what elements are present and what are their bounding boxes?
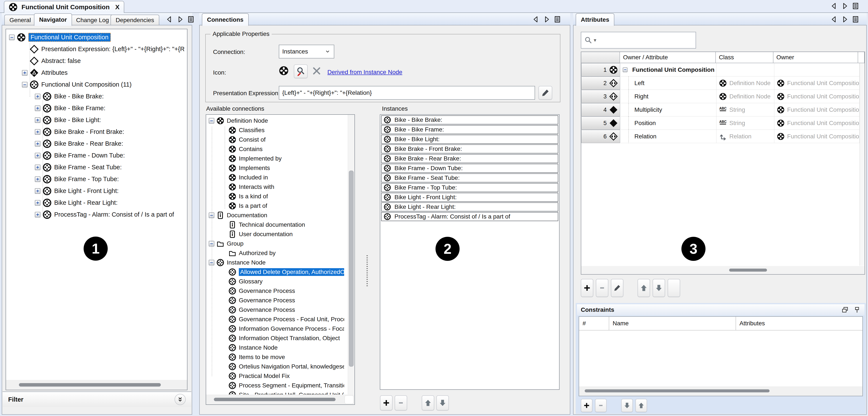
cell-owner-attribute[interactable]: −Functional Unit Composition bbox=[620, 63, 716, 76]
tree-item[interactable]: Ortelius Navigation Portal, knowledgeset… bbox=[206, 362, 344, 371]
tree-item[interactable]: Is a part of bbox=[206, 201, 344, 211]
tree-item[interactable]: Process Segment - Equipment, Transition bbox=[206, 381, 344, 390]
tree-expander-minus-icon[interactable]: − bbox=[209, 241, 214, 247]
tab-connections[interactable]: Connections bbox=[202, 13, 249, 26]
attribute-row[interactable]: 1−Functional Unit Composition bbox=[581, 63, 865, 76]
tree-expander-plus-icon[interactable]: + bbox=[35, 117, 40, 123]
tree-item[interactable]: −Instance Node bbox=[206, 258, 344, 267]
tree-item[interactable]: Abstract: false bbox=[6, 55, 187, 67]
constraint-add-button[interactable] bbox=[581, 399, 592, 412]
attribute-move-down-button[interactable] bbox=[653, 279, 665, 297]
tree-item[interactable]: +Bike Brake - Rear Brake: bbox=[6, 138, 187, 150]
cell-owner[interactable] bbox=[774, 63, 859, 76]
tree-item[interactable]: Items to be move bbox=[206, 352, 344, 362]
tree-item[interactable]: −Documentation bbox=[206, 211, 344, 220]
filter-bar[interactable]: Filter bbox=[3, 391, 191, 407]
tree-item[interactable]: −Functional Unit Composition (11) bbox=[6, 78, 187, 91]
tree-expander-minus-icon[interactable]: − bbox=[209, 260, 214, 265]
tab-list-icon[interactable] bbox=[187, 15, 195, 23]
attribute-row[interactable]: 5PositionABCStringFunctional Unit Compos… bbox=[581, 117, 865, 130]
tree-item[interactable]: Information Object Translation, Object bbox=[206, 333, 344, 343]
attribute-row[interactable]: 2LeftDefinition NodeFunctional Unit Comp… bbox=[581, 76, 865, 90]
tab-dependencies[interactable]: Dependencies bbox=[111, 14, 159, 25]
cell-owner-attribute[interactable]: Multiplicity bbox=[620, 103, 716, 117]
tree-expander-plus-icon[interactable]: + bbox=[35, 129, 40, 135]
constraint-move-down-button[interactable] bbox=[621, 399, 633, 412]
tree-item[interactable]: +Bike Frame - Seat Tube: bbox=[6, 161, 187, 173]
cell-class[interactable] bbox=[716, 63, 774, 76]
attribute-add-button[interactable] bbox=[581, 279, 593, 297]
tree-expander-minus-icon[interactable]: − bbox=[209, 213, 214, 218]
nav-back-icon[interactable] bbox=[532, 15, 540, 23]
cell-owner[interactable]: Functional Unit Composition bbox=[774, 90, 859, 103]
row-header[interactable]: 5 bbox=[581, 117, 620, 130]
nav-back-icon[interactable] bbox=[165, 15, 173, 23]
constraints-hscrollbar[interactable] bbox=[579, 386, 862, 396]
presentation-expression-input[interactable]: {Left}+" - "+{Right}+": "+{Relation} bbox=[279, 86, 535, 100]
tree-item[interactable]: +Bike Frame - Down Tube: bbox=[6, 150, 187, 161]
cell-class[interactable]: Relation bbox=[716, 130, 774, 143]
constraint-move-up-button[interactable] bbox=[636, 399, 647, 412]
tree-expander-plus-icon[interactable]: + bbox=[35, 188, 40, 194]
instance-row[interactable]: ProcessTag - Alarm: Consist of / Is a pa… bbox=[381, 212, 558, 221]
cell-owner[interactable]: Functional Unit Composition bbox=[774, 76, 859, 90]
tree-item[interactable]: Contains bbox=[206, 145, 344, 154]
row-header[interactable]: 3 bbox=[581, 90, 620, 103]
row-header[interactable]: 4 bbox=[581, 103, 620, 117]
tree-item[interactable]: Governance Process - Focal Unit, Process bbox=[206, 315, 344, 324]
tree-expander-plus-icon[interactable]: + bbox=[35, 212, 40, 218]
cell-owner-attribute[interactable]: Relation bbox=[620, 130, 716, 143]
cell-owner-attribute[interactable]: Position bbox=[620, 117, 716, 130]
icon-clear-icon[interactable] bbox=[311, 66, 322, 76]
tree-item[interactable]: +Bike Light - Front Light: bbox=[6, 185, 187, 197]
cell-owner[interactable]: Functional Unit Composition bbox=[774, 117, 859, 130]
row-header[interactable]: 2 bbox=[581, 76, 620, 90]
constraint-remove-button[interactable] bbox=[595, 399, 607, 412]
tree-item[interactable]: +Bike - Bike Frame: bbox=[6, 102, 187, 114]
attribute-edit-button[interactable] bbox=[611, 279, 623, 297]
instances-remove-button[interactable] bbox=[395, 395, 407, 410]
attribute-remove-button[interactable] bbox=[596, 279, 608, 297]
instance-row[interactable]: Bike Brake - Front Brake: bbox=[381, 145, 558, 153]
tree-item[interactable]: Practical Model Fix bbox=[206, 371, 344, 381]
tree-expander-plus-icon[interactable]: + bbox=[22, 70, 28, 76]
nav-forward-icon[interactable] bbox=[841, 2, 849, 10]
nav-forward-icon[interactable] bbox=[841, 15, 849, 23]
cell-owner[interactable]: Functional Unit Composition bbox=[774, 103, 859, 117]
grid-expander-minus-icon[interactable]: − bbox=[623, 67, 627, 72]
tree-expander-plus-icon[interactable]: + bbox=[35, 105, 40, 111]
column-header-name[interactable]: Name bbox=[609, 317, 736, 330]
instance-row[interactable]: Bike - Bike Frame: bbox=[381, 125, 558, 134]
available-connections-vscrollbar[interactable] bbox=[348, 115, 354, 394]
instances-add-button[interactable] bbox=[380, 395, 393, 410]
tab-list-icon[interactable] bbox=[852, 15, 859, 23]
tree-item[interactable]: Implements bbox=[206, 163, 344, 173]
tree-expander-minus-icon[interactable]: − bbox=[209, 118, 214, 124]
tree-item[interactable]: Allowed Delete Operation, AuthorizedObje bbox=[206, 267, 344, 277]
nav-forward-icon[interactable] bbox=[176, 15, 184, 23]
tab-navigator[interactable]: Navigator bbox=[34, 13, 72, 26]
tree-item[interactable]: Information Governance Process - Focal U bbox=[206, 324, 344, 333]
tree-item[interactable]: Instance Node bbox=[206, 343, 344, 352]
column-header-owner[interactable]: Owner bbox=[773, 52, 858, 63]
column-header-attributes[interactable]: Attributes bbox=[736, 317, 862, 330]
attributes-grid-vscrollbar[interactable] bbox=[860, 63, 865, 265]
edit-expression-button[interactable] bbox=[538, 86, 552, 100]
tree-item[interactable]: +Attributes bbox=[6, 67, 187, 78]
attributes-grid-hscrollbar[interactable] bbox=[581, 266, 865, 274]
instance-row[interactable]: Bike Frame - Down Tube: bbox=[381, 164, 558, 173]
attribute-extra-button[interactable] bbox=[668, 279, 680, 297]
derived-from-instance-node-link[interactable]: Derived from Instance Node bbox=[328, 69, 402, 76]
attribute-row[interactable]: 6RelationRelationFunctional Unit Composi… bbox=[581, 130, 865, 143]
nav-back-icon[interactable] bbox=[830, 2, 838, 10]
restore-icon[interactable] bbox=[841, 306, 849, 314]
instance-row[interactable]: Bike Frame - Top Tube: bbox=[381, 183, 558, 192]
attribute-row[interactable]: 4MultiplicityABCStringFunctional Unit Co… bbox=[581, 103, 865, 117]
tree-item[interactable]: Governance Process bbox=[206, 286, 344, 296]
tree-item[interactable]: Is a kind of bbox=[206, 192, 344, 201]
cell-class[interactable]: Definition Node bbox=[716, 76, 774, 90]
cell-class[interactable]: ABCString bbox=[716, 117, 774, 130]
tree-expander-minus-icon[interactable]: − bbox=[22, 82, 28, 88]
tree-item[interactable]: User documentation bbox=[206, 229, 344, 239]
attribute-row[interactable]: 3RightDefinition NodeFunctional Unit Com… bbox=[581, 90, 865, 103]
